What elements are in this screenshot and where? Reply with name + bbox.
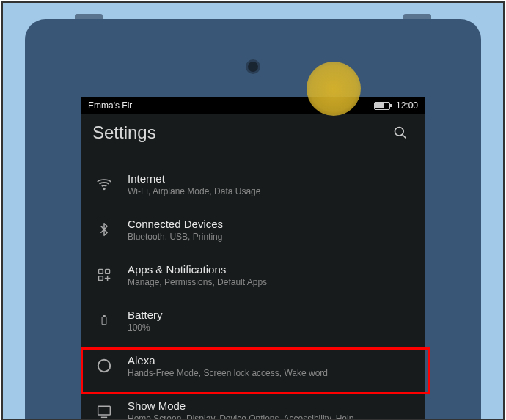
tablet-frame: Emma's Fir 12:00 Settings xyxy=(25,19,481,419)
battery-icon xyxy=(374,102,390,110)
setting-subtitle: Home Screen, Display, Device Options, Ac… xyxy=(128,413,414,419)
svg-rect-4 xyxy=(106,270,110,274)
svg-point-0 xyxy=(395,128,404,136)
setting-title: Connected Devices xyxy=(128,218,414,230)
setting-subtitle: Wi-Fi, Airplane Mode, Data Usage xyxy=(128,186,414,196)
svg-rect-5 xyxy=(99,276,103,281)
svg-point-2 xyxy=(103,188,105,190)
svg-rect-3 xyxy=(99,270,103,274)
wifi-icon xyxy=(94,174,114,194)
setting-item-battery[interactable]: Battery 100% xyxy=(81,298,425,343)
svg-rect-11 xyxy=(98,406,111,415)
search-button[interactable] xyxy=(387,119,414,146)
setting-subtitle: Bluetooth, USB, Printing xyxy=(128,232,414,242)
svg-point-10 xyxy=(98,360,111,372)
setting-item-apps[interactable]: Apps & Notifications Manage, Permissions… xyxy=(81,252,425,298)
setting-title: Apps & Notifications xyxy=(128,263,414,276)
setting-title: Internet xyxy=(128,172,414,185)
setting-title: Battery xyxy=(128,309,414,321)
svg-rect-8 xyxy=(102,317,106,325)
svg-rect-9 xyxy=(103,316,105,317)
setting-title: Show Mode xyxy=(128,399,414,412)
page-title: Settings xyxy=(92,122,156,143)
search-icon xyxy=(393,125,408,140)
setting-subtitle: 100% xyxy=(128,323,414,333)
battery-setting-icon xyxy=(94,310,114,331)
status-time: 12:00 xyxy=(396,100,418,111)
setting-item-internet[interactable]: Internet Wi-Fi, Airplane Mode, Data Usag… xyxy=(81,161,425,207)
setting-title: Alexa xyxy=(128,354,414,366)
bluetooth-icon xyxy=(94,219,114,240)
display-icon xyxy=(94,401,114,419)
apps-icon xyxy=(94,265,114,285)
page-background: Emma's Fir 12:00 Settings xyxy=(1,1,505,420)
setting-subtitle: Hands-Free Mode, Screen lock access, Wak… xyxy=(128,368,414,378)
settings-list: Internet Wi-Fi, Airplane Mode, Data Usag… xyxy=(81,161,425,419)
setting-subtitle: Manage, Permissions, Default Apps xyxy=(128,277,414,287)
setting-item-connected-devices[interactable]: Connected Devices Bluetooth, USB, Printi… xyxy=(81,207,425,252)
status-bar-right: 12:00 xyxy=(374,100,418,111)
status-bar: Emma's Fir 12:00 xyxy=(81,97,425,114)
settings-header: Settings xyxy=(81,114,425,151)
screen: Emma's Fir 12:00 Settings xyxy=(81,97,425,419)
alexa-icon xyxy=(94,355,114,376)
setting-item-show-mode[interactable]: Show Mode Home Screen, Display, Device O… xyxy=(81,388,425,419)
setting-item-alexa[interactable]: Alexa Hands-Free Mode, Screen lock acces… xyxy=(81,343,425,388)
tablet-camera xyxy=(248,62,258,72)
device-name: Emma's Fir xyxy=(88,100,132,111)
svg-line-1 xyxy=(403,135,406,139)
